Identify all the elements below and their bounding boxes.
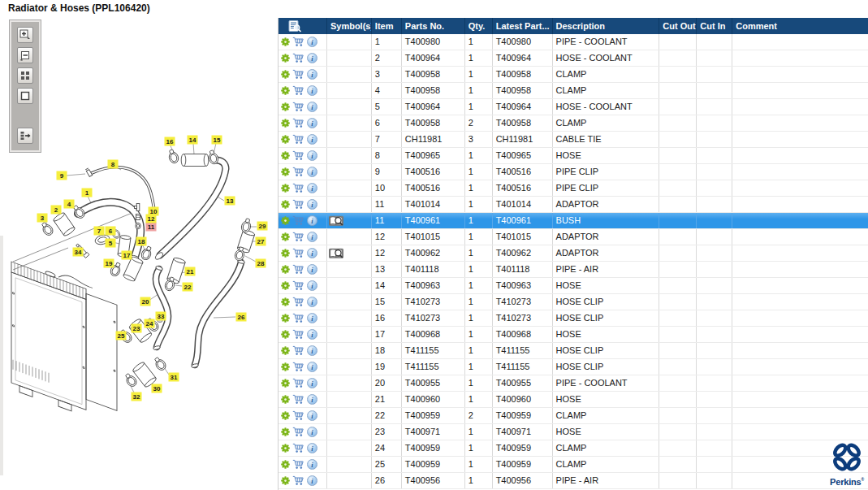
table-row[interactable]: i 19 T411155 1 T411155 HOSE CLIP: [279, 359, 868, 375]
info-button[interactable]: i: [307, 297, 317, 307]
diagram-callout-33[interactable]: 33: [156, 312, 166, 321]
table-row[interactable]: i 23 T400971 1 T400971 HOSE: [279, 424, 868, 440]
diagram-callout-23[interactable]: 23: [132, 324, 142, 333]
gear-button[interactable]: [281, 314, 290, 323]
info-button[interactable]: i: [307, 134, 317, 145]
gear-button[interactable]: [281, 119, 290, 128]
pane-splitter[interactable]: [0, 236, 3, 475]
gear-button[interactable]: [281, 200, 290, 209]
info-button[interactable]: i: [307, 394, 317, 405]
add-to-cart-button[interactable]: [292, 313, 304, 323]
gear-button[interactable]: [281, 70, 290, 79]
diagram-callout-24[interactable]: 24: [145, 319, 155, 328]
table-row[interactable]: i 25 T400959 1 T400959 CLAMP: [279, 457, 868, 473]
table-row[interactable]: i 11 T401014 1 T401014 ADAPTOR: [279, 197, 868, 213]
add-to-cart-button[interactable]: [292, 199, 304, 210]
table-row[interactable]: i 10 T400516 1 T400516 PIPE CLIP: [279, 180, 868, 197]
info-button[interactable]: i: [307, 329, 317, 340]
gear-button[interactable]: [281, 265, 290, 274]
col-header-latest-part[interactable]: Latest Part...: [493, 18, 553, 34]
diagram-callout-32[interactable]: 32: [132, 392, 142, 401]
diagram-callout-8[interactable]: 8: [108, 160, 119, 169]
gear-button[interactable]: [281, 395, 290, 404]
info-button[interactable]: i: [307, 37, 317, 47]
table-row[interactable]: i 9 T400516 1 T400516 PIPE CLIP: [279, 164, 868, 180]
gear-button[interactable]: [281, 379, 290, 388]
table-row[interactable]: i 18 T411155 1 T411155 HOSE CLIP: [279, 343, 868, 359]
add-to-cart-button[interactable]: [292, 394, 304, 405]
gear-button[interactable]: [281, 232, 290, 241]
info-button[interactable]: i: [307, 248, 317, 258]
table-row[interactable]: i 16 T410273 1 T410273 HOSE CLIP: [279, 310, 868, 327]
gear-button[interactable]: [281, 444, 290, 453]
add-to-cart-button[interactable]: [292, 443, 304, 453]
gear-button[interactable]: [281, 362, 290, 371]
gear-button[interactable]: [281, 102, 290, 111]
diagram-callout-12[interactable]: 12: [146, 215, 157, 223]
gear-button[interactable]: [281, 151, 290, 160]
diagram-callout-6[interactable]: 6: [106, 227, 116, 236]
diagram-callout-19[interactable]: 19: [104, 259, 114, 268]
col-header-description[interactable]: Description: [553, 18, 660, 34]
info-button[interactable]: i: [307, 280, 317, 291]
info-button[interactable]: i: [307, 53, 317, 63]
gear-button[interactable]: [281, 135, 290, 144]
gear-button[interactable]: [281, 54, 290, 63]
col-header-actions[interactable]: [279, 18, 327, 34]
table-row[interactable]: i 21 T400960 1 T400960 HOSE: [279, 392, 868, 408]
info-button[interactable]: i: [307, 475, 317, 486]
add-to-cart-button[interactable]: [292, 37, 304, 47]
diagram-callout-7[interactable]: 7: [94, 227, 105, 236]
gear-button[interactable]: [281, 86, 290, 95]
add-to-cart-button[interactable]: [292, 248, 304, 258]
info-button[interactable]: i: [307, 150, 317, 161]
diagram-callout-15[interactable]: 15: [212, 136, 222, 145]
table-row[interactable]: i 8 T400965 1 T400965 HOSE: [279, 148, 868, 164]
gear-button[interactable]: [281, 346, 290, 355]
diagram-callout-11[interactable]: 11: [146, 223, 157, 232]
gear-button[interactable]: [281, 427, 290, 436]
info-button[interactable]: i: [307, 345, 317, 356]
table-row[interactable]: i 20 T400955 1 T400955 PIPE - COOLANT: [279, 375, 868, 392]
diagram-callout-34[interactable]: 34: [73, 248, 84, 257]
add-to-cart-button[interactable]: [292, 362, 304, 372]
table-row[interactable]: i 4 T400958 1 T400958 CLAMP: [279, 83, 868, 99]
info-button[interactable]: i: [307, 118, 317, 128]
table-row[interactable]: i 26 T400956 1 T400956 PIPE - AIR: [279, 473, 868, 489]
gear-button[interactable]: [281, 167, 290, 176]
table-row[interactable]: i 17 T400968 1 T400968 HOSE: [279, 327, 868, 343]
add-to-cart-button[interactable]: [292, 475, 304, 486]
gear-button[interactable]: [281, 37, 290, 46]
info-button[interactable]: i: [307, 232, 317, 242]
diagram-callout-4[interactable]: 4: [64, 200, 75, 209]
add-to-cart-button[interactable]: [292, 183, 304, 193]
gear-button[interactable]: [281, 297, 290, 306]
info-button[interactable]: i: [307, 85, 317, 96]
table-row[interactable]: i 24 T400959 1 T400959 CLAMP: [279, 440, 868, 457]
diagram-callout-1[interactable]: 1: [82, 189, 93, 197]
diagram-callout-9[interactable]: 9: [57, 171, 67, 180]
add-to-cart-button[interactable]: [292, 69, 304, 80]
diagram-callout-25[interactable]: 25: [116, 332, 127, 340]
gear-button[interactable]: [281, 281, 290, 290]
diagram-callout-21[interactable]: 21: [185, 267, 196, 276]
gear-button[interactable]: [281, 330, 290, 339]
table-row[interactable]: i 14 T400963 1 T400963 HOSE: [279, 278, 868, 294]
diagram-callout-27[interactable]: 27: [256, 237, 266, 246]
table-row[interactable]: i 6 T400958 2 T400958 CLAMP: [279, 115, 868, 132]
col-header-cut-in[interactable]: Cut In: [697, 18, 732, 34]
diagram-callout-3[interactable]: 3: [37, 214, 48, 223]
diagram-callout-2[interactable]: 2: [51, 206, 62, 215]
info-button[interactable]: i: [307, 215, 317, 226]
info-button[interactable]: i: [307, 459, 317, 470]
table-row[interactable]: i 1 T400980 1 T400980 PIPE - COOLANT: [279, 34, 868, 50]
info-button[interactable]: i: [307, 313, 317, 323]
info-button[interactable]: i: [307, 443, 317, 453]
symbol-book-magnifier-icon[interactable]: [329, 215, 343, 227]
add-to-cart-button[interactable]: [292, 215, 304, 226]
table-row[interactable]: i 7 CH11981 3 CH11981 CABLE TIE: [279, 132, 868, 148]
info-button[interactable]: i: [307, 167, 317, 177]
info-button[interactable]: i: [307, 183, 317, 193]
info-button[interactable]: i: [307, 362, 317, 372]
table-row[interactable]: i 5 T400964 1 T400964 HOSE - COOLANT: [279, 99, 868, 115]
